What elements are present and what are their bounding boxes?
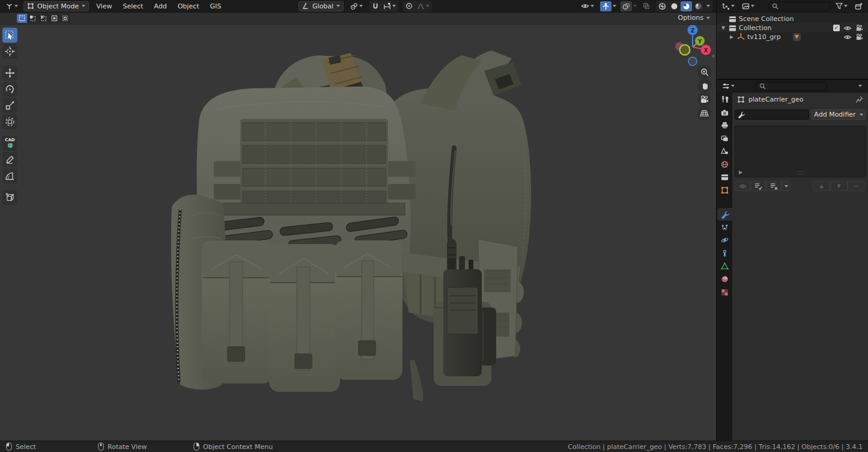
transform-orientation-dropdown[interactable]: Global xyxy=(299,1,344,11)
properties-search-input[interactable] xyxy=(756,82,827,91)
object-visibility-dropdown[interactable] xyxy=(579,1,596,11)
outliner-filter-dropdown[interactable] xyxy=(834,1,849,11)
outliner-row-scene-collection[interactable]: Scene Collection xyxy=(717,14,868,23)
proportional-falloff-dropdown[interactable] xyxy=(415,1,431,11)
vest-mag-pouch-1[interactable] xyxy=(202,240,273,383)
tab-view-layer[interactable] xyxy=(717,132,732,145)
zoom-button[interactable] xyxy=(697,65,711,79)
chevron-down-icon[interactable] xyxy=(613,5,616,7)
tool-select-box[interactable] xyxy=(2,28,17,43)
outliner-row-object[interactable]: ▶ tv110_grp ▼ xyxy=(717,32,868,41)
chevron-down-icon[interactable] xyxy=(858,85,862,87)
overlays-toggle[interactable] xyxy=(621,1,632,11)
chevron-down-icon[interactable] xyxy=(633,5,637,7)
select-mode-invert[interactable] xyxy=(49,14,59,23)
sidebar-collapse-arrow[interactable]: ‹ xyxy=(712,52,715,60)
axis-y-positive[interactable]: Y xyxy=(695,36,705,46)
outliner-search-input[interactable] xyxy=(768,2,830,11)
hide-eye-icon[interactable] xyxy=(843,34,852,40)
tab-material[interactable] xyxy=(717,273,732,286)
remove-modifier-button[interactable]: − xyxy=(848,181,865,191)
shading-wireframe-button[interactable] xyxy=(657,1,668,11)
properties-editor-type-selector[interactable] xyxy=(720,81,736,91)
tab-texture[interactable] xyxy=(717,286,732,299)
new-collection-button[interactable] xyxy=(853,1,864,11)
disable-render-camera-icon[interactable] xyxy=(855,25,863,31)
outliner-editor-type-selector[interactable] xyxy=(720,1,736,11)
tab-collection[interactable] xyxy=(717,171,732,183)
select-mode-extend[interactable] xyxy=(28,14,38,23)
model-plate-carrier[interactable] xyxy=(0,0,716,441)
proportional-editing-toggle[interactable] xyxy=(404,1,414,11)
tab-output[interactable] xyxy=(717,119,732,132)
gizmos-toggle[interactable] xyxy=(600,1,612,11)
menu-add[interactable]: Add xyxy=(150,0,170,13)
move-modifier-up-button[interactable]: ▲ xyxy=(813,181,830,191)
options-dropdown[interactable]: Options xyxy=(678,14,710,22)
pin-icon[interactable] xyxy=(855,96,863,103)
pivot-point-dropdown[interactable] xyxy=(348,1,365,11)
menu-view[interactable]: View xyxy=(93,0,115,13)
tab-scene[interactable] xyxy=(717,145,732,157)
tab-tool[interactable] xyxy=(717,93,732,106)
tab-modifiers[interactable] xyxy=(717,208,732,221)
navigation-gizmo[interactable]: Z Y X xyxy=(669,22,716,69)
vest-molle-panel[interactable] xyxy=(214,119,416,215)
add-modifier-button[interactable]: Add Modifier xyxy=(812,109,866,120)
tool-add-cube[interactable] xyxy=(2,190,17,205)
xray-toggle[interactable] xyxy=(641,1,652,11)
camera-view-button[interactable] xyxy=(697,93,711,106)
axis-z-positive[interactable]: Z xyxy=(688,25,698,35)
expand-triangle-icon[interactable]: ▶ xyxy=(739,170,742,175)
tab-physics[interactable] xyxy=(717,234,732,246)
tab-constraints[interactable] xyxy=(717,247,732,260)
tool-transform[interactable] xyxy=(2,114,17,129)
tab-render[interactable] xyxy=(717,106,732,119)
menu-select[interactable]: Select xyxy=(119,0,147,13)
tool-scale[interactable] xyxy=(2,98,17,113)
snap-target-dropdown[interactable] xyxy=(381,1,398,11)
tab-object[interactable] xyxy=(717,184,732,197)
select-mode-subtract[interactable] xyxy=(38,14,49,23)
collapse-triangle-icon[interactable]: ▼ xyxy=(720,25,726,31)
tab-object-data[interactable] xyxy=(717,260,732,272)
collection-checkbox[interactable]: ✓ xyxy=(833,25,840,31)
viewport-3d[interactable]: Object Mode View Select Add Object GIS G… xyxy=(0,0,716,441)
select-mode-set[interactable] xyxy=(17,14,27,23)
pan-button[interactable] xyxy=(697,79,711,93)
select-mode-intersect[interactable] xyxy=(60,14,70,23)
expand-triangle-icon[interactable]: ▶ xyxy=(729,34,735,40)
tool-measure[interactable] xyxy=(2,168,17,183)
vest-mag-pouch-2[interactable] xyxy=(269,244,340,392)
outliner-display-mode[interactable] xyxy=(740,1,756,11)
snap-toggle[interactable] xyxy=(370,1,381,11)
tab-world[interactable] xyxy=(717,158,732,171)
axis-y-negative[interactable] xyxy=(680,45,690,55)
tool-cad-sketcher[interactable]: CAD xyxy=(2,136,17,151)
tab-particles[interactable] xyxy=(717,221,732,234)
chevron-down-icon[interactable] xyxy=(706,5,710,7)
modifier-search-field[interactable] xyxy=(735,109,809,120)
shading-material-button[interactable] xyxy=(681,1,692,11)
axis-x-positive[interactable]: X xyxy=(701,45,711,55)
shading-solid-button[interactable] xyxy=(669,1,680,11)
projection-toggle-button[interactable] xyxy=(697,106,711,120)
enable-all-modifiers-button[interactable] xyxy=(750,181,766,191)
vest-mag-pouch-3[interactable] xyxy=(335,240,402,380)
outliner-row-collection[interactable]: ▼ Collection ✓ xyxy=(717,23,868,32)
axis-z-negative[interactable] xyxy=(688,57,697,66)
tool-annotate[interactable] xyxy=(2,152,17,167)
menu-object[interactable]: Object xyxy=(174,0,203,13)
shading-rendered-button[interactable] xyxy=(693,1,704,11)
hide-eye-icon[interactable] xyxy=(843,25,852,31)
editor-type-selector[interactable] xyxy=(4,1,20,11)
move-modifier-down-button[interactable]: ▼ xyxy=(830,181,848,191)
modifier-extras-dropdown[interactable] xyxy=(782,181,791,191)
mode-dropdown[interactable]: Object Mode xyxy=(23,1,89,11)
tool-move[interactable] xyxy=(2,66,17,81)
menu-gis[interactable]: GIS xyxy=(206,0,225,13)
modifier-list-box[interactable]: ▶ ····· ····· xyxy=(735,126,866,177)
resize-grip[interactable]: ····· ····· xyxy=(797,171,804,176)
modifier-visibility-button[interactable] xyxy=(735,181,750,191)
disable-render-camera-icon[interactable] xyxy=(855,34,863,40)
